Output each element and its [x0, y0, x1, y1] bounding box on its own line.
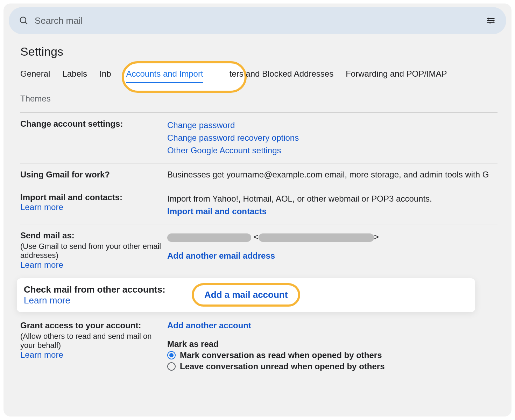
tabs-bar: General Labels Inb Accounts and Import t… — [20, 69, 498, 83]
redacted-name — [167, 233, 251, 242]
sub-grant-access: (Allow others to read and send mail on y… — [20, 332, 167, 350]
tab-general[interactable]: General — [20, 69, 50, 83]
search-options-icon[interactable] — [486, 16, 496, 26]
search-icon — [19, 16, 28, 25]
add-mail-account-button[interactable]: Add a mail account — [192, 283, 300, 307]
label-check-mail: Check mail from other accounts: — [24, 284, 192, 295]
settings-panel: Settings General Labels Inb Accounts and… — [3, 4, 512, 416]
section-grant-access: Grant access to your account: (Allow oth… — [20, 314, 498, 378]
tab-accounts-and-import[interactable]: Accounts and Import — [126, 69, 203, 83]
tab-forwarding-pop-imap[interactable]: Forwarding and POP/IMAP — [346, 69, 447, 83]
text-using-for-work: Businesses get yourname@example.com emai… — [167, 170, 498, 180]
radio-label-mark-read: Mark conversation as read when opened by… — [180, 350, 382, 360]
search-bar[interactable] — [9, 7, 506, 34]
section-change-account: Change account settings: Change password… — [20, 112, 498, 163]
send-mail-address-row: <> — [167, 231, 498, 243]
link-import-learn-more[interactable]: Learn more — [20, 202, 63, 212]
tab-labels[interactable]: Labels — [62, 69, 87, 83]
label-change-account: Change account settings: — [20, 119, 123, 128]
link-add-another-account[interactable]: Add another account — [167, 321, 251, 330]
page-title: Settings — [20, 45, 498, 58]
label-send-mail-as: Send mail as: — [20, 231, 167, 240]
radio-unchecked-icon[interactable] — [167, 362, 176, 371]
link-checkmail-learn-more[interactable]: Learn more — [24, 295, 70, 306]
tab-themes[interactable]: Themes — [20, 94, 498, 104]
section-send-mail-as: Send mail as: (Use Gmail to send from yo… — [20, 224, 498, 276]
section-import-mail: Import mail and contacts: Learn more Imp… — [20, 186, 498, 224]
text-import-desc: Import from Yahoo!, Hotmail, AOL, or oth… — [167, 192, 498, 205]
svg-line-1 — [25, 22, 27, 24]
tab-inbox-partial[interactable]: Inb — [99, 69, 111, 83]
label-grant-access: Grant access to your account: — [20, 321, 167, 330]
label-using-for-work: Using Gmail for work? — [20, 170, 110, 179]
radio-label-leave-unread: Leave conversation unread when opened by… — [180, 362, 385, 371]
section-using-for-work: Using Gmail for work? Businesses get you… — [20, 163, 498, 186]
link-sendmail-learn-more[interactable]: Learn more — [20, 260, 63, 270]
link-grant-learn-more[interactable]: Learn more — [20, 350, 63, 360]
link-other-account-settings[interactable]: Other Google Account settings — [167, 144, 281, 157]
radio-mark-read-row[interactable]: Mark conversation as read when opened by… — [167, 350, 498, 360]
link-import-mail-contacts[interactable]: Import mail and contacts — [167, 205, 267, 218]
svg-point-0 — [20, 17, 26, 23]
label-import-mail: Import mail and contacts: — [20, 192, 167, 202]
label-mark-as-read: Mark as read — [167, 339, 498, 349]
link-change-recovery[interactable]: Change password recovery options — [167, 132, 299, 144]
tab-filters-partial[interactable]: ters and Blocked Addresses — [230, 69, 334, 83]
link-change-password[interactable]: Change password — [167, 119, 235, 132]
radio-leave-unread-row[interactable]: Leave conversation unread when opened by… — [167, 362, 498, 371]
sub-send-mail-as: (Use Gmail to send from your other email… — [20, 242, 167, 260]
search-input[interactable] — [28, 15, 486, 26]
radio-checked-icon[interactable] — [167, 351, 176, 359]
redacted-email — [259, 233, 374, 242]
section-check-mail: Check mail from other accounts: Learn mo… — [17, 278, 475, 312]
link-add-another-email[interactable]: Add another email address — [167, 250, 275, 262]
